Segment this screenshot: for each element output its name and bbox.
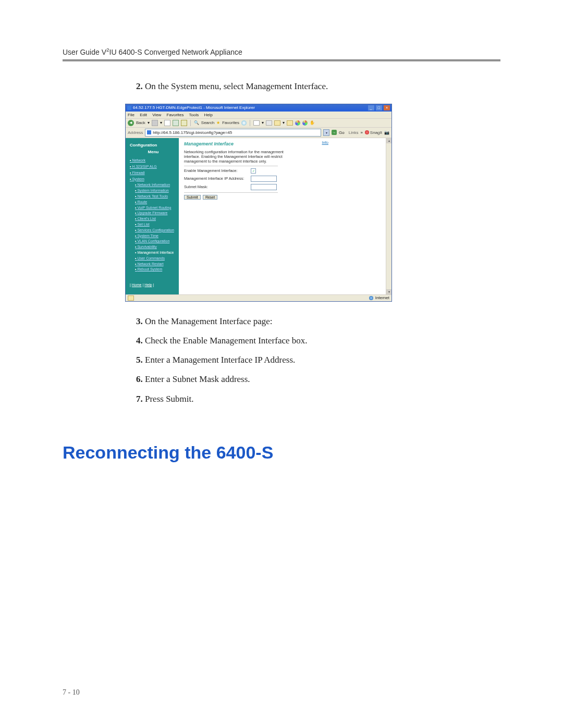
content-heading: Management Interface: [184, 141, 381, 146]
folder-icon[interactable]: [287, 120, 293, 126]
ie-menubar: File Edit View Favorites Tools Help: [126, 112, 391, 119]
home-icon[interactable]: [181, 120, 187, 126]
sidebar-help-link[interactable]: Help: [144, 283, 152, 287]
sidebar-sub-item[interactable]: Route: [135, 200, 177, 205]
section-heading: Reconnecting the 6400-S: [63, 442, 500, 463]
go-icon[interactable]: →: [332, 130, 337, 135]
ie-logo-icon: [127, 106, 131, 110]
address-input[interactable]: http://64.5.186.175/cgi-bin/config?page=…: [145, 129, 321, 137]
back-icon[interactable]: ◄: [128, 120, 134, 126]
address-url: http://64.5.186.175/cgi-bin/config?page=…: [153, 130, 232, 135]
sidebar-sub-item[interactable]: Set List: [135, 222, 177, 227]
sidebar-sub-item[interactable]: VoIP Subnet Routing: [135, 205, 177, 211]
mail-dropdown-icon[interactable]: ▾: [262, 120, 264, 125]
page-icon: [147, 130, 151, 134]
document-page: User Guide V2IU 6400-S Converged Network…: [0, 0, 563, 728]
menu-favorites[interactable]: Favorites: [167, 113, 184, 117]
sidebar-home-link[interactable]: Home: [132, 283, 142, 287]
sidebar-sub-item[interactable]: Survivability: [135, 244, 177, 250]
scroll-down-icon[interactable]: ▾: [386, 289, 391, 294]
sidebar-footer-links: | Home | Help |: [130, 282, 177, 288]
sidebar-sub-item[interactable]: User Commands: [135, 256, 177, 261]
links-chevron-icon[interactable]: »: [360, 130, 362, 135]
submit-button[interactable]: Submit: [184, 195, 201, 200]
edit-dropdown-icon[interactable]: ▾: [283, 120, 285, 125]
enable-checkbox[interactable]: ✓: [251, 168, 256, 174]
scroll-up-icon[interactable]: ▴: [386, 138, 391, 143]
snagit-toolbar[interactable]: SnagIt: [365, 130, 382, 135]
menu-edit[interactable]: Edit: [140, 113, 147, 117]
step-list-upper: On the System menu, select Management In…: [130, 79, 500, 93]
sidebar-sub-current[interactable]: Management Interface: [135, 250, 177, 255]
close-icon[interactable]: ×: [384, 105, 390, 110]
links-label[interactable]: Links: [349, 130, 359, 135]
sidebar-sub-item[interactable]: System Information: [135, 188, 177, 193]
address-dropdown-icon[interactable]: ▾: [323, 129, 329, 136]
stop-icon[interactable]: [164, 120, 170, 126]
favorites-icon[interactable]: ★: [216, 120, 220, 125]
discuss-icon[interactable]: [295, 120, 300, 126]
sidebar-top-system[interactable]: System: [130, 177, 177, 182]
search-label[interactable]: Search: [201, 120, 214, 125]
refresh-icon[interactable]: [173, 120, 179, 126]
toolbar-separator: [250, 120, 250, 126]
reset-button[interactable]: Reset: [203, 195, 217, 200]
step-list-lower: On the Management Interface page: Check …: [130, 314, 500, 406]
sidebar-sub-item[interactable]: Network Restart: [135, 262, 177, 267]
sidebar-sub-item[interactable]: Reboot System: [135, 267, 177, 272]
research-icon[interactable]: [302, 120, 308, 126]
forward-dropdown-icon[interactable]: ▾: [160, 120, 162, 125]
back-dropdown-icon[interactable]: ▾: [148, 120, 150, 125]
sidebar-sub-item[interactable]: Network Test Tools: [135, 194, 177, 199]
info-link[interactable]: Info: [322, 140, 328, 145]
sidebar-sub-item[interactable]: Services Configuration: [135, 228, 177, 233]
sidebar-sub-item[interactable]: VLAN Configuration: [135, 239, 177, 244]
content-description: Networking configuration information for…: [184, 150, 286, 164]
ie-addressbar: Address http://64.5.186.175/cgi-bin/conf…: [126, 128, 391, 138]
step-item: Enter a Subnet Mask address.: [145, 372, 500, 386]
sidebar-sub-item[interactable]: Upgrade Firmware: [135, 211, 177, 216]
sidebar-sub-item[interactable]: Client's List: [135, 216, 177, 221]
sidebar-title: Configuration: [130, 142, 177, 148]
step-item: Enter a Management Interface IP Address.: [145, 353, 500, 367]
go-label[interactable]: Go: [339, 130, 345, 135]
menu-view[interactable]: View: [152, 113, 161, 117]
print-icon[interactable]: [266, 120, 272, 126]
menu-help[interactable]: Help: [204, 113, 213, 117]
menu-file[interactable]: File: [128, 113, 134, 117]
ie-title-text: 64.52.177.5 HGT-DMN-EdgeProtect1 - Micro…: [133, 105, 255, 110]
favorites-label[interactable]: Favorites: [222, 120, 239, 125]
snagit-label: SnagIt: [370, 130, 382, 135]
history-icon[interactable]: [241, 120, 247, 126]
step-item: On the Management Interface page:: [145, 314, 500, 328]
address-label: Address: [128, 130, 143, 135]
snagit-extra-icon[interactable]: 📷: [384, 130, 389, 135]
sidebar-sub-item[interactable]: System Time: [135, 233, 177, 239]
forward-icon[interactable]: [152, 120, 158, 126]
messenger-icon[interactable]: ✋: [310, 120, 315, 125]
window-controls: _ □ ×: [368, 105, 390, 110]
header-rule: [63, 59, 500, 61]
content-divider: [184, 166, 278, 166]
sidebar-sub-item[interactable]: Network Information: [135, 182, 177, 188]
content-divider: [184, 192, 278, 193]
sidebar-top-network[interactable]: Network: [130, 158, 177, 163]
search-icon[interactable]: 🔍: [194, 120, 199, 125]
ip-input[interactable]: [251, 176, 277, 182]
minimize-icon[interactable]: _: [368, 105, 374, 110]
sidebar-top-h323[interactable]: H.323/SIP ALG: [130, 164, 177, 169]
toolbar-separator: [190, 120, 191, 126]
status-text: Internet: [375, 295, 389, 300]
back-label[interactable]: Back: [136, 120, 145, 125]
edit-icon[interactable]: [274, 120, 280, 126]
menu-tools[interactable]: Tools: [189, 113, 199, 117]
mask-input[interactable]: [251, 184, 277, 190]
scrollbar-vertical[interactable]: ▴ ▾: [386, 138, 391, 294]
maximize-icon[interactable]: □: [376, 105, 382, 110]
sidebar-top-firewall[interactable]: Firewall: [130, 170, 177, 176]
status-left-icon: [128, 295, 134, 301]
ie-toolbar: ◄ Back ▾ ▾ 🔍 Search ★ Favorites ▾ ▾: [126, 119, 391, 128]
mail-icon[interactable]: [253, 120, 260, 126]
ie-titlebar: 64.52.177.5 HGT-DMN-EdgeProtect1 - Micro…: [126, 104, 391, 112]
ie-viewport: Configuration Menu Network H.323/SIP ALG…: [126, 138, 391, 294]
